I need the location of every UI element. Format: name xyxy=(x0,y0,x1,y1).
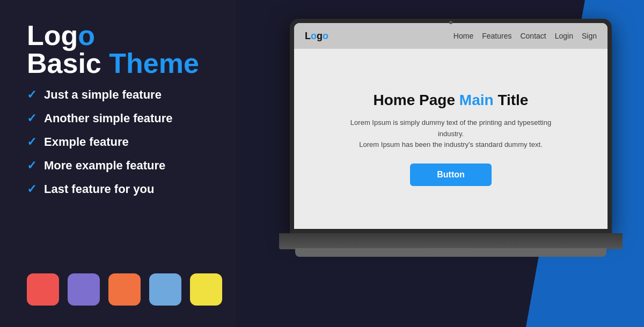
laptop-nav-logo: Logo xyxy=(305,31,328,42)
top-section: Logo Basic Theme ✓ Just a simple feature… xyxy=(27,21,241,206)
feature-text-4: More example feature xyxy=(44,159,165,173)
feature-text-1: Just a simple feature xyxy=(44,88,162,102)
swatch-orange[interactable] xyxy=(108,273,141,306)
color-swatches xyxy=(27,273,241,306)
logo-heading: Logo xyxy=(27,21,241,49)
subtitle-word1: Basic xyxy=(27,48,109,79)
nav-link-home[interactable]: Home xyxy=(453,32,473,40)
laptop-nav-links: Home Features Contact Login Sign xyxy=(453,32,597,40)
title-accent: Main xyxy=(459,92,494,108)
subtitle-heading: Basic Theme xyxy=(27,49,241,77)
feature-item-2: ✓ Another simple feature xyxy=(27,112,241,125)
checkmark-icon-1: ✓ xyxy=(27,88,36,102)
feature-item-1: ✓ Just a simple feature xyxy=(27,88,241,102)
laptop-main-title: Home Page Main Title xyxy=(374,92,529,109)
swatch-purple[interactable] xyxy=(68,273,100,306)
title-part2: Title xyxy=(494,92,529,108)
laptop-mockup: Logo Home Features Contact Login Sign Ho… xyxy=(279,19,623,298)
feature-item-4: ✓ More example feature xyxy=(27,159,241,173)
nav-link-login[interactable]: Login xyxy=(555,32,573,40)
laptop-body-text: Lorem Ipsum is simply dummy text of the … xyxy=(338,117,564,151)
feature-text-5: Last feature for you xyxy=(44,182,154,196)
laptop-camera xyxy=(449,21,452,24)
checkmark-icon-5: ✓ xyxy=(27,182,36,196)
left-panel: Logo Basic Theme ✓ Just a simple feature… xyxy=(0,0,268,327)
swatch-yellow[interactable] xyxy=(190,273,222,306)
checkmark-icon-3: ✓ xyxy=(27,135,36,149)
laptop-cta-button[interactable]: Button xyxy=(410,164,492,186)
checkmark-icon-4: ✓ xyxy=(27,159,36,173)
laptop-screen-outer: Logo Home Features Contact Login Sign Ho… xyxy=(290,19,612,233)
swatch-blue[interactable] xyxy=(149,273,181,306)
swatch-red[interactable] xyxy=(27,273,59,306)
feature-text-2: Another simple feature xyxy=(44,112,173,125)
subtitle-word2-accent: Theme xyxy=(109,48,199,79)
nav-link-sign[interactable]: Sign xyxy=(582,32,597,40)
right-panel: Logo Home Features Contact Login Sign Ho… xyxy=(258,0,644,327)
title-part1: Home Page xyxy=(374,92,459,108)
checkmark-icon-2: ✓ xyxy=(27,112,36,125)
feature-text-3: Exmple feature xyxy=(44,135,129,149)
laptop-base-bottom xyxy=(295,248,606,257)
laptop-base xyxy=(279,233,623,249)
nav-link-contact[interactable]: Contact xyxy=(520,32,546,40)
laptop-navbar: Logo Home Features Contact Login Sign xyxy=(294,23,608,49)
laptop-content: Home Page Main Title Lorem Ipsum is simp… xyxy=(294,49,608,229)
feature-item-5: ✓ Last feature for you xyxy=(27,182,241,196)
features-list: ✓ Just a simple feature ✓ Another simple… xyxy=(27,88,241,196)
logo-o: o xyxy=(78,20,95,51)
nav-link-features[interactable]: Features xyxy=(482,32,511,40)
feature-item-3: ✓ Exmple feature xyxy=(27,135,241,149)
logo-area: Logo Basic Theme xyxy=(27,21,241,77)
laptop-screen-inner: Logo Home Features Contact Login Sign Ho… xyxy=(294,23,608,229)
